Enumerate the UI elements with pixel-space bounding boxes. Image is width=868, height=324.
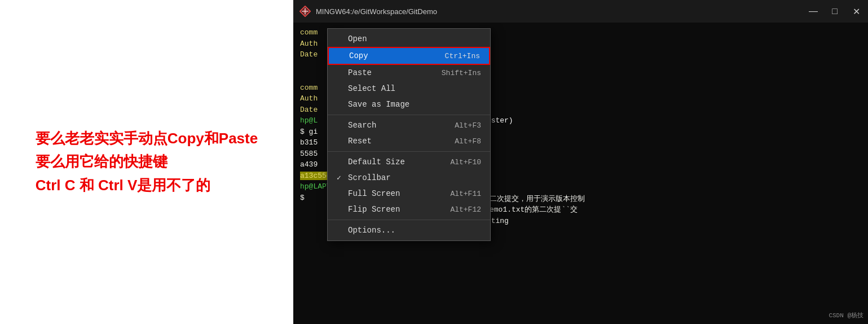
menu-item-copy[interactable]: CopyCtrl+Ins — [328, 47, 490, 65]
menu-item-default-size[interactable]: Default SizeAlt+F10 — [328, 154, 490, 170]
menu-item-reset[interactable]: ResetAlt+F8 — [328, 133, 490, 149]
annotation-panel: 要么老老实实手动点Copy和Paste 要么用它给的快捷键 Ctrl C 和 C… — [0, 0, 293, 324]
annotation-line2: 要么用它给的快捷键 — [36, 150, 258, 174]
window-controls: — □ ✕ — [807, 5, 862, 17]
menu-label: Save as Image — [348, 100, 409, 109]
menu-label: Flip Screen — [348, 205, 400, 214]
menu-label: Paste — [348, 68, 372, 77]
context-menu: Open CopyCtrl+Ins PasteShift+Ins Select … — [327, 28, 491, 241]
menu-item-open[interactable]: Open — [328, 31, 490, 47]
app-logo — [299, 5, 311, 17]
annotation-line3: Ctrl C 和 Ctrl V是用不了的 — [36, 174, 258, 198]
menu-item-select-all[interactable]: Select All — [328, 81, 490, 97]
menu-item-options[interactable]: Options... — [328, 222, 490, 238]
annotation-line1: 要么老老实实手动点Copy和Paste — [36, 127, 258, 151]
menu-label: Select All — [348, 84, 395, 93]
menu-shortcut: Alt+F12 — [450, 205, 481, 214]
terminal-window: MINGW64:/e/GitWorkspace/GitDemo — □ ✕ co… — [293, 0, 868, 324]
minimize-button[interactable]: — — [807, 5, 819, 17]
menu-shortcut: Shift+Ins — [442, 69, 481, 77]
menu-label: Copy — [349, 51, 368, 60]
menu-item-scrollbar[interactable]: ✓Scrollbar — [328, 170, 490, 186]
menu-separator — [328, 220, 490, 220]
menu-item-save-as-image[interactable]: Save as Image — [328, 97, 490, 112]
maximize-button[interactable]: □ — [829, 5, 841, 17]
menu-label: Search — [348, 121, 376, 130]
menu-item-flip-screen[interactable]: Flip ScreenAlt+F12 — [328, 202, 490, 217]
menu-separator — [328, 115, 490, 115]
menu-label: Full Screen — [348, 189, 400, 198]
close-button[interactable]: ✕ — [850, 5, 862, 17]
menu-shortcut: Alt+F10 — [450, 158, 481, 167]
menu-label: Reset — [348, 137, 372, 146]
menu-label: Scrollbar — [348, 173, 391, 182]
terminal-content: comm Auth Date comm Auth Date hp@L $ gi … — [293, 23, 868, 324]
menu-label: Options... — [348, 226, 395, 235]
checkmark-icon: ✓ — [337, 173, 346, 182]
menu-label: Default Size — [348, 157, 405, 167]
menu-item-search[interactable]: SearchAlt+F3 — [328, 117, 490, 133]
menu-item-paste[interactable]: PasteShift+Ins — [328, 65, 490, 81]
menu-shortcut: Alt+F11 — [450, 190, 481, 198]
menu-separator — [328, 151, 490, 152]
terminal-title: MINGW64:/e/GitWorkspace/GitDemo — [316, 7, 807, 16]
menu-shortcut: Alt+F3 — [455, 121, 481, 130]
annotation-text: 要么老老实实手动点Copy和Paste 要么用它给的快捷键 Ctrl C 和 C… — [36, 127, 258, 198]
menu-label: Open — [348, 34, 367, 43]
title-bar: MINGW64:/e/GitWorkspace/GitDemo — □ ✕ — [293, 0, 868, 23]
menu-item-full-screen[interactable]: Full ScreenAlt+F11 — [328, 186, 490, 202]
menu-shortcut: Ctrl+Ins — [445, 52, 480, 60]
watermark: CSDN @杨技 — [829, 311, 863, 319]
menu-shortcut: Alt+F8 — [455, 137, 481, 146]
